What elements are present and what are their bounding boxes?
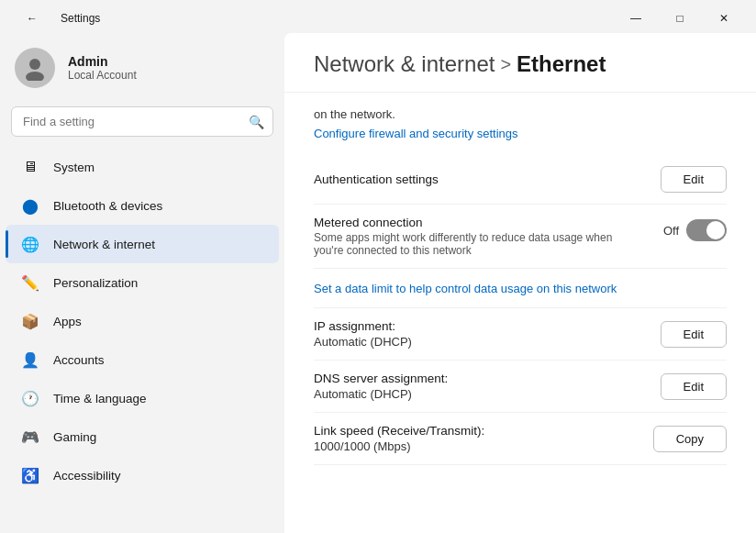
link-speed-row: Link speed (Receive/Transmit): 1000/1000…: [314, 413, 727, 465]
ip-value: Automatic (DHCP): [314, 335, 412, 349]
minimize-button[interactable]: —: [615, 6, 657, 31]
close-button[interactable]: ✕: [703, 6, 745, 31]
svg-point-0: [29, 59, 40, 70]
accessibility-icon: ♿: [20, 465, 40, 485]
sidebar-item-label-accounts: Accounts: [53, 353, 105, 367]
user-role: Local Account: [68, 69, 137, 82]
content-header: Network & internet > Ethernet: [284, 33, 756, 93]
dns-row: DNS server assignment: Automatic (DHCP) …: [314, 361, 727, 413]
link-speed-info: Link speed (Receive/Transmit): 1000/1000…: [314, 424, 484, 453]
ip-info: IP assignment: Automatic (DHCP): [314, 319, 412, 349]
authentication-label: Authentication settings: [314, 172, 439, 186]
sidebar-item-label-bluetooth: Bluetooth & devices: [53, 199, 162, 213]
sidebar-item-label-apps: Apps: [53, 315, 82, 328]
user-name: Admin: [68, 54, 137, 69]
avatar: [15, 48, 55, 88]
sidebar-item-gaming[interactable]: 🎮 Gaming: [6, 417, 279, 456]
ip-label: IP assignment:: [314, 319, 412, 333]
sidebar-item-bluetooth[interactable]: ⬤ Bluetooth & devices: [6, 186, 279, 225]
maximize-button[interactable]: □: [659, 6, 701, 31]
dns-label: DNS server assignment:: [314, 372, 448, 385]
breadcrumb-separator: >: [500, 54, 511, 75]
title-bar-left: ← Settings: [11, 6, 100, 31]
sidebar-item-time[interactable]: 🕐 Time & language: [6, 379, 279, 417]
sidebar-item-system[interactable]: 🖥 System: [6, 148, 279, 186]
sidebar: Admin Local Account 🔍 🖥 System ⬤ Bluetoo…: [0, 33, 284, 533]
title-bar: ← Settings — □ ✕: [0, 0, 756, 33]
ip-edit-button[interactable]: Edit: [661, 321, 727, 348]
svg-point-1: [26, 72, 44, 81]
sidebar-nav: 🖥 System ⬤ Bluetooth & devices 🌐 Network…: [0, 148, 284, 494]
avatar-icon: [22, 55, 48, 81]
authentication-edit-button[interactable]: Edit: [661, 166, 727, 193]
sidebar-item-label-accessibility: Accessibility: [53, 469, 121, 483]
link-speed-value: 1000/1000 (Mbps): [314, 439, 484, 453]
sidebar-item-apps[interactable]: 📦 Apps: [6, 302, 279, 340]
personalization-icon: ✏️: [20, 272, 40, 293]
user-info: Admin Local Account: [68, 54, 137, 82]
metered-info: Metered connection Some apps might work …: [314, 216, 641, 257]
system-icon: 🖥: [20, 157, 40, 177]
sidebar-item-label-network: Network & internet: [53, 238, 155, 251]
metered-toggle-group: Off: [663, 216, 727, 241]
sidebar-item-network[interactable]: 🌐 Network & internet: [6, 225, 279, 263]
metered-row: Metered connection Some apps might work …: [314, 205, 727, 269]
section-note: on the network.: [314, 107, 727, 125]
user-section[interactable]: Admin Local Account: [0, 33, 284, 103]
link-speed-copy-button[interactable]: Copy: [653, 426, 727, 452]
ip-assignment-row: IP assignment: Automatic (DHCP) Edit: [314, 308, 727, 361]
app-title: Settings: [61, 12, 100, 25]
apps-icon: 📦: [20, 311, 40, 331]
metered-label: Metered connection: [314, 216, 641, 229]
content-body: on the network. Configure firewall and s…: [284, 93, 756, 533]
authentication-info: Authentication settings: [314, 172, 439, 186]
metered-toggle[interactable]: [686, 219, 727, 241]
sidebar-item-accounts[interactable]: 👤 Accounts: [6, 340, 279, 379]
firewall-link[interactable]: Configure firewall and security settings: [314, 127, 518, 140]
sidebar-item-label-personalization: Personalization: [53, 276, 138, 290]
metered-sublabel: Some apps might work differently to redu…: [314, 231, 641, 257]
app-body: Admin Local Account 🔍 🖥 System ⬤ Bluetoo…: [0, 33, 756, 533]
dns-info: DNS server assignment: Automatic (DHCP): [314, 372, 448, 401]
accounts-icon: 👤: [20, 350, 40, 370]
dns-edit-button[interactable]: Edit: [661, 373, 727, 400]
gaming-icon: 🎮: [20, 427, 40, 447]
time-icon: 🕐: [20, 388, 40, 408]
window-controls: — □ ✕: [615, 6, 745, 31]
breadcrumb-current: Ethernet: [517, 51, 606, 77]
search-input[interactable]: [11, 106, 273, 137]
search-box: 🔍: [11, 106, 273, 137]
data-limit-link[interactable]: Set a data limit to help control data us…: [314, 282, 617, 295]
back-button[interactable]: ←: [11, 6, 53, 31]
sidebar-item-personalization[interactable]: ✏️ Personalization: [6, 263, 279, 302]
breadcrumb: Network & internet > Ethernet: [314, 51, 727, 77]
link-speed-label: Link speed (Receive/Transmit):: [314, 424, 484, 438]
content-area: Network & internet > Ethernet on the net…: [284, 33, 756, 533]
metered-state-label: Off: [663, 224, 679, 238]
sidebar-item-label-time: Time & language: [53, 392, 147, 405]
authentication-row: Authentication settings Edit: [314, 155, 727, 205]
dns-value: Automatic (DHCP): [314, 387, 448, 401]
sidebar-item-label-gaming: Gaming: [53, 430, 96, 444]
sidebar-item-accessibility[interactable]: ♿ Accessibility: [6, 456, 279, 494]
bluetooth-icon: ⬤: [20, 195, 40, 216]
network-icon: 🌐: [20, 234, 40, 254]
data-limit-row: Set a data limit to help control data us…: [314, 269, 727, 308]
breadcrumb-parent: Network & internet: [314, 51, 495, 77]
sidebar-item-label-system: System: [53, 161, 94, 174]
back-icon: ←: [27, 12, 38, 25]
